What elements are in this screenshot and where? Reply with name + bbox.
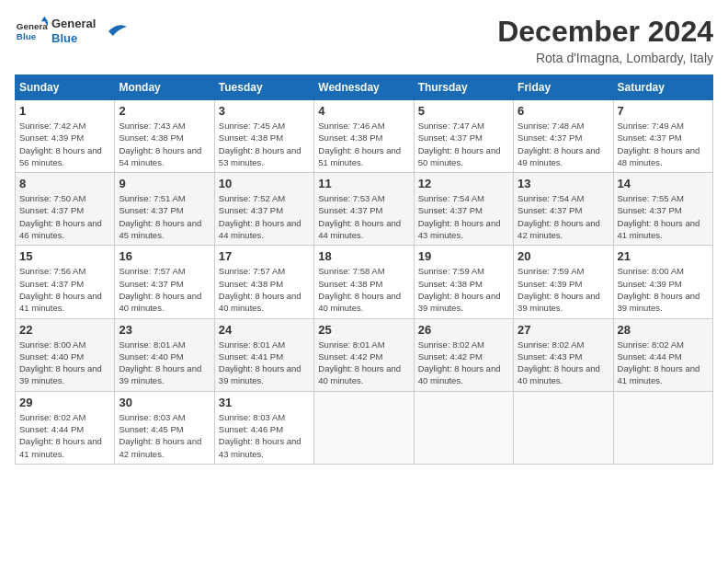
day-info: Sunrise: 8:01 AM Sunset: 4:41 PM Dayligh…: [219, 339, 310, 387]
calendar-cell: 9 Sunrise: 7:51 AM Sunset: 4:37 PM Dayli…: [115, 173, 214, 246]
day-info: Sunrise: 8:02 AM Sunset: 4:44 PM Dayligh…: [19, 411, 110, 460]
calendar-cell: 10 Sunrise: 7:52 AM Sunset: 4:37 PM Dayl…: [214, 173, 313, 246]
calendar-cell: 13 Sunrise: 7:54 AM Sunset: 4:37 PM Dayl…: [514, 173, 613, 246]
calendar-cell: 21 Sunrise: 8:00 AM Sunset: 4:39 PM Dayl…: [613, 246, 712, 318]
day-info: Sunrise: 7:45 AM Sunset: 4:38 PM Dayligh…: [219, 120, 310, 168]
day-number: 9: [119, 177, 210, 190]
calendar-cell: [414, 391, 513, 464]
day-number: 26: [418, 323, 509, 337]
day-info: Sunrise: 7:59 AM Sunset: 4:39 PM Dayligh…: [518, 265, 609, 314]
weekday-header-monday: Monday: [115, 75, 214, 100]
calendar-cell: 11 Sunrise: 7:53 AM Sunset: 4:37 PM Dayl…: [314, 173, 414, 246]
calendar-cell: 31 Sunrise: 8:03 AM Sunset: 4:46 PM Dayl…: [214, 391, 313, 464]
day-info: Sunrise: 7:48 AM Sunset: 4:37 PM Dayligh…: [518, 120, 609, 168]
location-subtitle: Rota d'Imagna, Lombardy, Italy: [497, 51, 713, 65]
day-info: Sunrise: 7:59 AM Sunset: 4:38 PM Dayligh…: [418, 265, 509, 314]
calendar-cell: 20 Sunrise: 7:59 AM Sunset: 4:39 PM Dayl…: [514, 246, 613, 318]
day-info: Sunrise: 7:52 AM Sunset: 4:37 PM Dayligh…: [219, 192, 310, 241]
calendar-cell: 3 Sunrise: 7:45 AM Sunset: 4:38 PM Dayli…: [214, 100, 313, 173]
logo-general-text: General: [51, 17, 96, 31]
day-info: Sunrise: 7:46 AM Sunset: 4:38 PM Dayligh…: [318, 120, 409, 168]
calendar-cell: 6 Sunrise: 7:48 AM Sunset: 4:37 PM Dayli…: [514, 100, 613, 173]
day-info: Sunrise: 8:00 AM Sunset: 4:39 PM Dayligh…: [618, 265, 709, 314]
calendar-cell: 14 Sunrise: 7:55 AM Sunset: 4:37 PM Dayl…: [613, 173, 712, 246]
title-area: December 2024 Rota d'Imagna, Lombardy, I…: [497, 15, 713, 65]
day-number: 19: [418, 249, 509, 263]
day-number: 10: [219, 177, 310, 190]
day-info: Sunrise: 7:50 AM Sunset: 4:37 PM Dayligh…: [19, 192, 110, 241]
calendar-cell: 15 Sunrise: 7:56 AM Sunset: 4:37 PM Dayl…: [16, 246, 115, 318]
calendar-cell: 28 Sunrise: 8:02 AM Sunset: 4:44 PM Dayl…: [613, 318, 712, 391]
calendar-cell: 23 Sunrise: 8:01 AM Sunset: 4:40 PM Dayl…: [115, 318, 214, 391]
calendar-cell: [314, 391, 414, 464]
calendar-cell: 30 Sunrise: 8:03 AM Sunset: 4:45 PM Dayl…: [115, 391, 214, 464]
day-info: Sunrise: 8:01 AM Sunset: 4:40 PM Dayligh…: [119, 339, 210, 387]
day-info: Sunrise: 7:56 AM Sunset: 4:37 PM Dayligh…: [19, 265, 110, 314]
logo: General Blue General Blue: [15, 15, 127, 48]
day-info: Sunrise: 8:03 AM Sunset: 4:46 PM Dayligh…: [219, 411, 310, 460]
day-number: 18: [318, 249, 409, 263]
page-header: General Blue General Blue December 2024 …: [15, 15, 713, 65]
day-number: 23: [119, 323, 210, 337]
day-info: Sunrise: 7:43 AM Sunset: 4:38 PM Dayligh…: [119, 120, 210, 168]
weekday-header-wednesday: Wednesday: [314, 75, 414, 100]
day-number: 24: [219, 323, 310, 337]
day-number: 17: [219, 249, 310, 263]
calendar-cell: 16 Sunrise: 7:57 AM Sunset: 4:37 PM Dayl…: [115, 246, 214, 318]
day-info: Sunrise: 8:02 AM Sunset: 4:42 PM Dayligh…: [418, 339, 509, 387]
day-info: Sunrise: 7:47 AM Sunset: 4:37 PM Dayligh…: [418, 120, 509, 168]
day-number: 1: [19, 104, 110, 118]
day-number: 20: [518, 249, 609, 263]
day-info: Sunrise: 7:54 AM Sunset: 4:37 PM Dayligh…: [518, 192, 609, 241]
calendar-cell: 18 Sunrise: 7:58 AM Sunset: 4:38 PM Dayl…: [314, 246, 414, 318]
weekday-header-friday: Friday: [514, 75, 613, 100]
day-number: 11: [318, 177, 409, 190]
calendar-cell: 4 Sunrise: 7:46 AM Sunset: 4:38 PM Dayli…: [314, 100, 414, 173]
calendar-cell: 22 Sunrise: 8:00 AM Sunset: 4:40 PM Dayl…: [16, 318, 115, 391]
logo-icon: General Blue: [15, 15, 48, 48]
weekday-header-tuesday: Tuesday: [214, 75, 313, 100]
calendar-table: SundayMondayTuesdayWednesdayThursdayFrid…: [15, 75, 713, 465]
day-info: Sunrise: 8:02 AM Sunset: 4:44 PM Dayligh…: [618, 339, 709, 387]
day-number: 6: [518, 104, 609, 118]
day-info: Sunrise: 8:02 AM Sunset: 4:43 PM Dayligh…: [518, 339, 609, 387]
calendar-cell: 7 Sunrise: 7:49 AM Sunset: 4:37 PM Dayli…: [613, 100, 712, 173]
day-number: 12: [418, 177, 509, 190]
calendar-week-3: 15 Sunrise: 7:56 AM Sunset: 4:37 PM Dayl…: [16, 246, 713, 318]
day-number: 25: [318, 323, 409, 337]
day-info: Sunrise: 7:49 AM Sunset: 4:37 PM Dayligh…: [618, 120, 709, 168]
calendar-cell: 19 Sunrise: 7:59 AM Sunset: 4:38 PM Dayl…: [414, 246, 513, 318]
svg-text:General: General: [17, 21, 48, 31]
calendar-cell: 25 Sunrise: 8:01 AM Sunset: 4:42 PM Dayl…: [314, 318, 414, 391]
calendar-cell: 24 Sunrise: 8:01 AM Sunset: 4:41 PM Dayl…: [214, 318, 313, 391]
day-number: 13: [518, 177, 609, 190]
calendar-cell: 8 Sunrise: 7:50 AM Sunset: 4:37 PM Dayli…: [16, 173, 115, 246]
day-info: Sunrise: 8:01 AM Sunset: 4:42 PM Dayligh…: [318, 339, 409, 387]
day-number: 8: [19, 177, 110, 190]
day-number: 21: [618, 249, 709, 263]
day-info: Sunrise: 7:54 AM Sunset: 4:37 PM Dayligh…: [418, 192, 509, 241]
day-number: 29: [19, 396, 110, 409]
calendar-week-2: 8 Sunrise: 7:50 AM Sunset: 4:37 PM Dayli…: [16, 173, 713, 246]
calendar-cell: [613, 391, 712, 464]
month-title: December 2024: [497, 15, 713, 49]
day-info: Sunrise: 7:57 AM Sunset: 4:38 PM Dayligh…: [219, 265, 310, 314]
calendar-cell: 1 Sunrise: 7:42 AM Sunset: 4:39 PM Dayli…: [16, 100, 115, 173]
weekday-header-sunday: Sunday: [16, 75, 115, 100]
day-info: Sunrise: 7:55 AM Sunset: 4:37 PM Dayligh…: [618, 192, 709, 241]
day-number: 16: [119, 249, 210, 263]
calendar-cell: 27 Sunrise: 8:02 AM Sunset: 4:43 PM Dayl…: [514, 318, 613, 391]
day-info: Sunrise: 7:42 AM Sunset: 4:39 PM Dayligh…: [19, 120, 110, 168]
calendar-week-5: 29 Sunrise: 8:02 AM Sunset: 4:44 PM Dayl…: [16, 391, 713, 464]
day-number: 3: [219, 104, 310, 118]
svg-text:Blue: Blue: [17, 31, 37, 41]
day-number: 7: [618, 104, 709, 118]
day-number: 31: [219, 396, 310, 409]
day-info: Sunrise: 7:51 AM Sunset: 4:37 PM Dayligh…: [119, 192, 210, 241]
day-number: 2: [119, 104, 210, 118]
day-info: Sunrise: 8:03 AM Sunset: 4:45 PM Dayligh…: [119, 411, 210, 460]
day-number: 14: [618, 177, 709, 190]
day-number: 5: [418, 104, 509, 118]
day-number: 27: [518, 323, 609, 337]
calendar-cell: 26 Sunrise: 8:02 AM Sunset: 4:42 PM Dayl…: [414, 318, 513, 391]
